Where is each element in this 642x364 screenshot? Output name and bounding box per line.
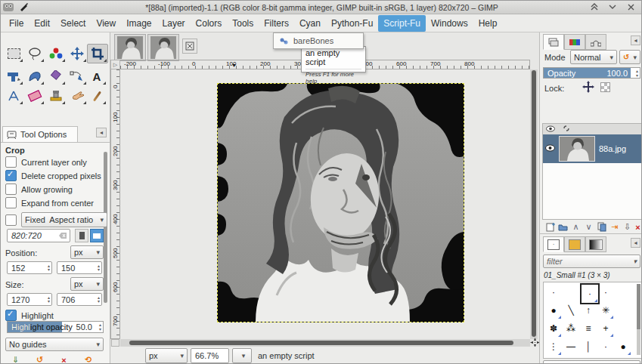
menu-help[interactable]: Help [473,15,503,32]
free-select-tool[interactable] [25,45,45,63]
brush-cell[interactable]: — [563,338,579,356]
unit-combo[interactable]: px▾ [145,348,188,363]
brush-combo[interactable]: brush,▾ [543,360,640,364]
brush-grid-scrollbar[interactable] [637,284,640,355]
vertical-scrollbar-thumb[interactable] [532,70,536,337]
image-layer[interactable] [218,84,464,322]
shade-button[interactable] [590,2,599,13]
layer-name[interactable]: 88a.jpg [599,144,626,153]
brush-filter-combo[interactable]: filter▾ [543,254,640,268]
brush-cell[interactable]: ● [545,301,562,319]
warp-transform-tool[interactable] [25,67,45,85]
brush-cell[interactable]: · [597,338,614,356]
vertical-ruler[interactable]: 0100200300400500600700 [110,69,120,339]
brush-cell[interactable]: ⋮ [545,338,562,356]
tab-menu-button[interactable]: ◂ [96,128,107,137]
crop-tool[interactable] [87,44,108,63]
minimize-button[interactable] [608,4,617,13]
reset-tool-options-button[interactable]: ⟲ [82,354,94,364]
checkbox-allow-growing[interactable]: Allow growing [5,184,73,195]
unified-transform-tool[interactable] [4,67,23,85]
clear-icon[interactable] [58,232,67,239]
menu-edit[interactable]: Edit [29,15,55,32]
new-layer-group-button[interactable] [557,221,569,233]
guides-combo[interactable]: No guides▾ [5,338,104,351]
close-button[interactable] [627,3,635,13]
tab-paths[interactable] [585,34,606,50]
fixed-checkbox[interactable] [5,214,17,226]
menu-file[interactable]: File [4,15,29,32]
brush-cell[interactable]: ≡ [580,319,597,338]
image-tab-2[interactable] [147,34,179,61]
fixed-combo[interactable]: Fixed Aspect ratio ▾ [21,212,107,227]
brush-cell[interactable]: + [597,319,614,338]
rectangle-select-tool[interactable] [4,45,23,63]
position-unit-combo[interactable]: px▾ [70,245,104,259]
quick-mask-toggle[interactable] [111,339,119,347]
horizontal-scrollbar[interactable] [120,339,530,347]
eraser-tool[interactable] [25,87,45,105]
checkbox-highlight[interactable]: Highlight [5,310,54,321]
brush-cell[interactable]: │ [580,338,597,356]
mode-combo[interactable]: Normal▾ [570,50,617,64]
brush-cell[interactable]: ↑ [580,301,597,319]
menu-image[interactable]: Image [121,15,157,32]
select-by-color-tool[interactable] [46,45,66,63]
titlebar[interactable]: *[88a] (imported)-1.1 (RGB color 8-bit g… [1,1,642,14]
menu-view[interactable]: View [91,15,121,32]
layer-row-88a[interactable]: 88a.jpg [543,134,642,163]
menu-python-fu[interactable]: Python-Fu [326,15,378,32]
tab-patterns[interactable] [564,236,585,252]
anchor-layer-button[interactable]: ⇩ [622,221,633,233]
tab-channels[interactable] [564,34,585,50]
size-width-spinner[interactable]: 1270▴▾ [7,293,52,306]
brush-cell[interactable] [615,301,631,319]
opacity-slider[interactable]: Opacity 100.0 ▴▾ [543,67,640,79]
size-unit-combo[interactable]: px▾ [70,277,104,291]
vertical-scrollbar[interactable] [530,69,538,339]
brush-cell[interactable] [615,319,631,338]
tab-brushes[interactable]: · [543,236,564,252]
horizontal-scrollbar-thumb[interactable] [129,341,513,345]
mode-options-button[interactable]: ↺▾ [619,50,640,64]
checkbox-delete-cropped-pixels[interactable]: Delete cropped pixels [5,170,101,181]
menu-script-fu[interactable]: Script-Fu [378,15,426,32]
brush-cell[interactable]: ╲ [563,301,579,319]
aspect-ratio-input[interactable]: 820:720 [7,229,70,242]
menu-windows[interactable]: Windows [426,15,473,32]
brush-grid[interactable]: ···●╲↑✳✽⁂≡+⋮—│·● [543,282,642,359]
brush-cell[interactable]: ✳ [597,301,614,319]
brush-dock-menu-button[interactable]: ◂ [631,238,640,248]
menu-select[interactable]: Select [55,15,91,32]
brush-cell[interactable]: · [597,283,614,301]
lower-layer-button[interactable]: ∨ [583,221,594,233]
save-tool-preset-button[interactable]: ⇓ [10,354,21,364]
raise-layer-button[interactable]: ∧ [570,221,582,233]
landscape-orientation-button[interactable] [90,229,104,242]
paths-tool[interactable] [67,67,87,85]
zoom-input[interactable]: 66.7% [191,348,229,363]
menu-filters[interactable]: Filters [259,15,294,32]
merge-layer-button[interactable]: ⇥ [609,221,620,233]
menu-cyan[interactable]: Cyan [294,15,326,32]
portrait-orientation-button[interactable] [75,229,88,242]
duplicate-layer-button[interactable] [596,221,607,233]
zoom-combo-button[interactable]: ▾ [232,348,252,363]
lock-position-icon[interactable] [582,81,594,94]
tool-options-scrollbar[interactable] [104,152,107,303]
ruler-origin-button[interactable]: ▷ [110,60,120,69]
tool-options-tab[interactable]: Tool Options [2,126,78,142]
position-x-spinner[interactable]: 152▴▾ [7,261,52,274]
menu-tools[interactable]: Tools [227,15,259,32]
delete-tool-preset-button[interactable]: × [58,354,70,364]
lock-alpha-icon[interactable] [600,82,610,92]
image-tab-1[interactable] [114,34,146,61]
tab-layers[interactable] [543,34,564,50]
close-view-button[interactable] [182,39,197,54]
layer-visibility-icon[interactable] [545,144,555,153]
brush-cell[interactable]: · [545,283,562,301]
brush-cell[interactable]: ✽ [545,319,562,338]
clone-tool[interactable] [46,87,66,105]
restore-tool-preset-button[interactable]: ↺ [34,354,45,364]
delete-layer-button[interactable]: × [632,221,642,233]
